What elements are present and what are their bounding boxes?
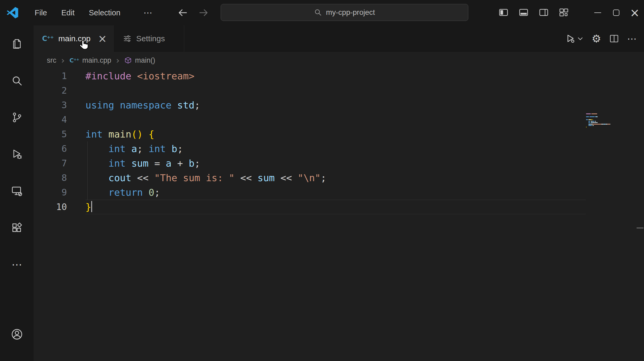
source-control-icon: [11, 112, 23, 123]
tab-bar: C⁺⁺ main.cpp × Settings: [34, 25, 644, 52]
code-line[interactable]: 9 return 0;: [34, 185, 644, 200]
line-number: 2: [34, 83, 85, 98]
panel-right-icon: [538, 7, 549, 18]
settings-gear-button[interactable]: ⚙: [592, 33, 601, 45]
editor-actions: ⚙ ⋯: [565, 25, 637, 52]
code-line-content: return 0;: [85, 185, 586, 200]
cpp-file-icon: C⁺⁺: [70, 57, 79, 64]
code-line-content: }: [85, 200, 586, 214]
breadcrumb-label: main.cpp: [82, 56, 111, 65]
code-line-content: [85, 112, 586, 127]
menu-bar: File Edit Selection: [28, 0, 128, 25]
code-line[interactable]: 2: [34, 83, 644, 98]
line-number: 5: [34, 127, 85, 141]
forward-arrow-icon[interactable]: [198, 7, 210, 19]
code-lines: 1#include <iostream>23using namespace st…: [34, 69, 644, 214]
customize-layout-button[interactable]: [556, 5, 572, 20]
account-icon: [11, 328, 23, 340]
gear-icon: ⚙: [592, 33, 601, 45]
menu-selection[interactable]: Selection: [82, 4, 128, 21]
code-line-content: cout << "The sum is: " << sum << "\n";: [85, 171, 586, 185]
breadcrumb-separator-icon: ›: [61, 56, 65, 65]
activity-bar: ⋯: [0, 25, 34, 361]
code-line-content: int sum = a + b;: [85, 156, 586, 171]
breadcrumb-main-cpp[interactable]: C⁺⁺ main.cpp: [70, 56, 111, 65]
code-line[interactable]: 7 int sum = a + b;: [34, 156, 644, 171]
code-line[interactable]: 3using namespace std;: [34, 98, 644, 112]
sidebar-more-button[interactable]: ⋯: [0, 246, 34, 283]
line-number: 10: [34, 200, 85, 214]
search-sidebar-icon: [11, 75, 23, 86]
breadcrumb-separator-icon: ›: [116, 56, 120, 65]
code-line-content: int a; int b;: [85, 141, 586, 156]
minimap-line: [586, 126, 640, 128]
layout-grid-icon: [559, 7, 569, 18]
toggle-secondary-sidebar-button[interactable]: [536, 5, 551, 20]
code-line-content: int main() {: [85, 127, 586, 141]
code-line[interactable]: 10}: [34, 200, 644, 214]
menu-edit[interactable]: Edit: [54, 4, 82, 21]
run-debug-icon: [11, 148, 23, 160]
more-actions-icon: ⋯: [627, 33, 637, 44]
more-dots-icon: ⋯: [12, 258, 22, 271]
search-value: my-cpp-project: [326, 8, 375, 17]
sidebar-item-explorer[interactable]: [0, 25, 34, 62]
text-cursor: [91, 201, 92, 212]
breadcrumb: src › C⁺⁺ main.cpp › main(): [34, 52, 644, 69]
split-editor-button[interactable]: [609, 34, 619, 44]
code-line-content: using namespace std;: [85, 98, 586, 112]
breadcrumb-main-function[interactable]: main(): [124, 56, 155, 65]
account-button[interactable]: [0, 316, 34, 353]
tab-close-icon[interactable]: ×: [98, 33, 107, 44]
code-editor[interactable]: 1#include <iostream>23using namespace st…: [34, 69, 644, 214]
line-number: 3: [34, 98, 85, 112]
sidebar-item-source-control[interactable]: [0, 99, 34, 136]
minimize-button[interactable]: [588, 0, 607, 25]
tab-settings[interactable]: Settings: [114, 25, 184, 52]
line-number: 7: [34, 156, 85, 171]
overview-ruler-mark: [637, 227, 643, 229]
breadcrumb-src[interactable]: src: [47, 56, 56, 65]
code-line[interactable]: 4: [34, 112, 644, 127]
chevron-down-icon: [577, 35, 584, 42]
tab-main-cpp[interactable]: C⁺⁺ main.cpp ×: [34, 25, 114, 52]
run-icon: [565, 33, 576, 44]
maximize-button[interactable]: [607, 0, 625, 25]
tab-label: Settings: [136, 34, 165, 43]
minimap[interactable]: [586, 113, 640, 128]
code-line[interactable]: 1#include <iostream>: [34, 69, 644, 83]
maximize-icon: [613, 10, 619, 16]
menu-overflow-button[interactable]: ⋯: [140, 0, 156, 25]
sidebar-item-extensions[interactable]: [0, 209, 34, 246]
panel-left-icon: [498, 7, 509, 18]
line-number: 1: [34, 69, 85, 83]
more-actions-button[interactable]: ⋯: [627, 33, 637, 44]
line-number: 9: [34, 185, 85, 200]
search-input[interactable]: my-cpp-project: [221, 4, 468, 21]
line-number: 4: [34, 112, 85, 127]
symbol-method-icon: [124, 57, 132, 64]
title-bar: File Edit Selection ⋯ my-cpp-project: [0, 0, 644, 25]
code-line[interactable]: 6 int a; int b;: [34, 141, 644, 156]
code-line[interactable]: 5int main() {: [34, 127, 644, 141]
toggle-sidebar-button[interactable]: [496, 5, 511, 20]
mouse-pointer-hand: [77, 39, 90, 52]
minimize-icon: [594, 12, 601, 13]
sidebar-item-run-debug[interactable]: [0, 136, 34, 172]
close-button[interactable]: ×: [625, 0, 644, 25]
code-line[interactable]: 8 cout << "The sum is: " << sum << "\n";: [34, 171, 644, 185]
editor-group: C⁺⁺ main.cpp × Settings: [34, 25, 644, 361]
layout-controls: [496, 5, 572, 20]
sidebar-item-search[interactable]: [0, 62, 34, 99]
run-or-debug-button[interactable]: [565, 33, 584, 44]
toggle-panel-button[interactable]: [516, 5, 531, 20]
window-controls: ×: [588, 0, 644, 25]
sidebar-item-remote-explorer[interactable]: [0, 172, 34, 209]
menu-file[interactable]: File: [28, 4, 54, 21]
vscode-logo-icon: [6, 7, 19, 19]
breadcrumb-label: src: [47, 56, 56, 65]
back-arrow-icon[interactable]: [177, 7, 188, 19]
code-line-content: #include <iostream>: [85, 69, 586, 83]
settings-sliders-icon: [123, 34, 131, 43]
code-line-content: [85, 83, 586, 98]
